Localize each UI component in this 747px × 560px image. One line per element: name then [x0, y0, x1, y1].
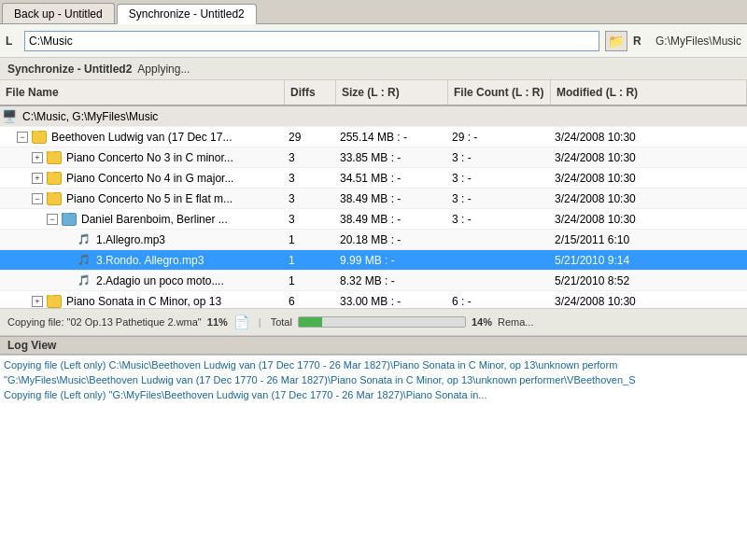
row-size: 255.14 MB : -	[336, 131, 448, 144]
row-modified: 5/21/2010 8:52	[551, 274, 747, 287]
row-filecount: 6 : -	[448, 295, 551, 308]
row-size: 9.99 MB : -	[336, 254, 448, 267]
row-filecount: 3 : -	[448, 172, 551, 185]
col-header-modified[interactable]: Modified (L : R)	[551, 80, 747, 105]
row-diffs: 3	[285, 192, 336, 205]
right-path-label: G:\MyFiles\Music	[655, 35, 741, 48]
row-filename: Daniel Barenboim, Berliner ...	[81, 213, 228, 226]
table-row[interactable]: 🎵 2.Adagio un poco moto.... 1 8.32 MB : …	[0, 271, 747, 291]
row-diffs: 29	[285, 131, 336, 144]
progress-percent-right: 14%	[472, 316, 492, 328]
progress-bar	[298, 316, 466, 328]
row-filename: Piano Concerto No 5 in E flat m...	[66, 192, 233, 205]
right-dir-label: R	[633, 35, 646, 48]
music-file-icon: 🎵	[77, 254, 92, 267]
file-list-header: File Name Diffs Size (L : R) File Count …	[0, 80, 747, 106]
expand-icon[interactable]: −	[17, 132, 28, 143]
table-row[interactable]: 🎵 1.Allegro.mp3 1 20.18 MB : - 2/15/2011…	[0, 230, 747, 250]
row-filename: 3.Rondo. Allegro.mp3	[96, 254, 204, 267]
music-file-icon: 🎵	[77, 233, 92, 246]
row-modified: 3/24/2008 10:30	[551, 172, 747, 185]
tab-bar: Back up - Untitled Synchronize - Untitle…	[0, 0, 747, 24]
col-header-diffs[interactable]: Diffs	[285, 80, 336, 105]
col-header-filename[interactable]: File Name	[0, 80, 285, 105]
folder-blue-icon	[62, 213, 77, 226]
tab-backup[interactable]: Back up - Untitled	[2, 3, 115, 23]
row-size: 8.32 MB : -	[336, 274, 448, 287]
row-filecount: 29 : -	[448, 131, 551, 144]
music-file-icon: 🎵	[77, 274, 92, 287]
left-dir-label: L	[6, 35, 19, 48]
row-diffs: 1	[285, 233, 336, 246]
table-row[interactable]: − Daniel Barenboim, Berliner ... 3 38.49…	[0, 209, 747, 230]
row-filename: 2.Adagio un poco moto....	[96, 274, 224, 287]
log-line: "G:\MyFiles\Music\Beethoven Ludwig van (…	[4, 372, 743, 387]
row-modified: 2/15/2011 6:10	[551, 233, 747, 246]
row-filename: Piano Sonata in C Minor, op 13	[66, 295, 221, 308]
row-size: 38.49 MB : -	[336, 213, 448, 226]
table-row[interactable]: 🎵 3.Rondo. Allegro.mp3 1 9.99 MB : - 5/2…	[0, 250, 747, 271]
row-filecount: 3 : -	[448, 192, 551, 205]
row-diffs: 3	[285, 151, 336, 164]
toolbar-row: L 📁 R G:\MyFiles\Music	[0, 24, 747, 58]
remain-label: Rema...	[498, 316, 534, 328]
log-view-content: Copying file (Left only) C:\Music\Beetho…	[0, 355, 747, 561]
row-size: 33.85 MB : -	[336, 151, 448, 164]
row-modified: 3/24/2008 10:30	[551, 213, 747, 226]
expand-icon[interactable]: −	[32, 193, 43, 204]
row-modified: 3/24/2008 10:30	[551, 192, 747, 205]
row-modified: 5/21/2010 9:14	[551, 254, 747, 267]
row-size: 34.51 MB : -	[336, 172, 448, 185]
left-path-input[interactable]	[24, 31, 599, 51]
row-filename: Piano Concerto No 3 in C minor...	[66, 151, 233, 164]
progress-text: Copying file: "02 Op.13 Pathetique 2.wma…	[7, 316, 202, 328]
log-line: Copying file (Left only) C:\Music\Beetho…	[4, 357, 743, 372]
table-row[interactable]: − Piano Concerto No 5 in E flat m... 3 3…	[0, 189, 747, 209]
file-list: 🖥️ C:\Music, G:\MyFiles\Music − Beethove…	[0, 106, 747, 308]
row-filecount: 3 : -	[448, 213, 551, 226]
folder-icon	[47, 172, 62, 185]
row-size: 38.49 MB : -	[336, 192, 448, 205]
status-tab-label: Synchronize - Untitled2	[7, 63, 132, 76]
folder-icon	[47, 151, 62, 164]
computer-icon: 🖥️	[2, 109, 17, 123]
folder-icon	[47, 192, 62, 205]
row-filename: Piano Concerto No 4 in G major...	[66, 172, 233, 185]
left-folder-button[interactable]: 📁	[605, 31, 627, 51]
row-modified: 3/24/2008 10:30	[551, 295, 747, 308]
expand-icon[interactable]: −	[47, 214, 58, 225]
row-diffs: 1	[285, 274, 336, 287]
expand-icon[interactable]: +	[32, 296, 43, 307]
table-row[interactable]: + Piano Concerto No 4 in G major... 3 34…	[0, 168, 747, 189]
row-filename: Beethoven Ludwig van (17 Dec 17...	[51, 131, 232, 144]
table-row[interactable]: − Beethoven Ludwig van (17 Dec 17... 29 …	[0, 127, 747, 147]
group-header-row: 🖥️ C:\Music, G:\MyFiles\Music	[0, 106, 747, 127]
folder-icon	[47, 295, 62, 308]
row-filecount: 3 : -	[448, 151, 551, 164]
folder-icon	[32, 131, 47, 144]
progress-area: Copying file: "02 Op.13 Pathetique 2.wma…	[0, 308, 747, 336]
expand-icon[interactable]: +	[32, 152, 43, 163]
progress-percent-left: 11%	[207, 316, 228, 328]
col-header-filecount[interactable]: File Count (L : R)	[448, 80, 551, 105]
main-container: Back up - Untitled Synchronize - Untitle…	[0, 0, 747, 560]
log-view-title: Log View	[7, 339, 56, 352]
row-modified: 3/24/2008 10:30	[551, 131, 747, 144]
copy-file-icon: 📄	[233, 315, 249, 329]
row-diffs: 3	[285, 172, 336, 185]
col-header-size[interactable]: Size (L : R)	[336, 80, 448, 105]
tab-sync[interactable]: Synchronize - Untitled2	[117, 4, 257, 24]
expand-icon[interactable]: +	[32, 173, 43, 184]
row-modified: 3/24/2008 10:30	[551, 151, 747, 164]
table-row[interactable]: + Piano Concerto No 3 in C minor... 3 33…	[0, 147, 747, 168]
row-filename: 1.Allegro.mp3	[96, 233, 165, 246]
table-row[interactable]: + Piano Sonata in C Minor, op 13 6 33.00…	[0, 291, 747, 308]
status-applying-text: Applying...	[137, 63, 190, 76]
log-view-header: Log View	[0, 336, 747, 355]
row-diffs: 6	[285, 295, 336, 308]
log-line: Copying file (Left only) "G:\MyFiles\Bee…	[4, 387, 743, 402]
progress-bar-fill	[299, 317, 322, 327]
row-diffs: 3	[285, 213, 336, 226]
row-size: 33.00 MB : -	[336, 295, 448, 308]
status-bar: Synchronize - Untitled2 Applying...	[0, 58, 747, 80]
